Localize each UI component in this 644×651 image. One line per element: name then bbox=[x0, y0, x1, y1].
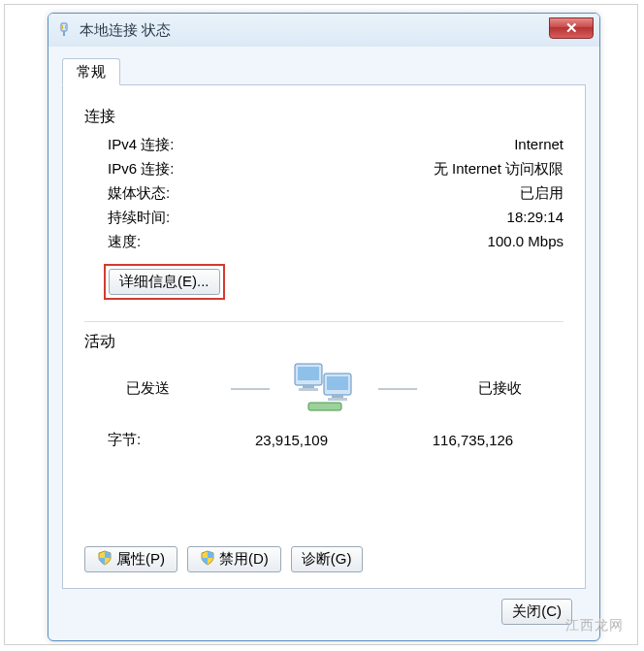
network-computers-icon bbox=[289, 360, 359, 417]
row-speed: 速度: 100.0 Mbps bbox=[84, 230, 564, 254]
disable-button[interactable]: 禁用(D) bbox=[187, 546, 281, 572]
connection-heading: 连接 bbox=[84, 107, 564, 127]
titlebar: 本地连接 状态 ✕ bbox=[48, 14, 599, 47]
row-bytes: 字节: 23,915,109 116,735,126 bbox=[84, 431, 564, 449]
svg-rect-9 bbox=[327, 376, 348, 390]
media-state-value: 已启用 bbox=[520, 184, 564, 203]
svg-rect-11 bbox=[328, 398, 347, 401]
bytes-received-value: 116,735,126 bbox=[382, 432, 564, 448]
svg-rect-0 bbox=[61, 23, 67, 31]
duration-value: 18:29:14 bbox=[507, 209, 564, 227]
shield-icon bbox=[200, 550, 215, 569]
svg-rect-5 bbox=[298, 367, 319, 380]
dash-right bbox=[378, 388, 417, 390]
dash-left bbox=[231, 388, 270, 390]
ipv4-label: IPv4 连接: bbox=[108, 136, 174, 154]
diagnose-button[interactable]: 诊断(G) bbox=[291, 546, 363, 572]
received-label: 已接收 bbox=[436, 379, 564, 398]
details-button-label: 详细信息(E)... bbox=[119, 273, 209, 289]
details-highlight: 详细信息(E)... bbox=[104, 264, 225, 300]
tab-strip: 常规 bbox=[62, 56, 586, 85]
svg-rect-10 bbox=[332, 395, 343, 398]
close-button-label: 关闭(C) bbox=[512, 602, 562, 619]
bytes-sent-value: 23,915,109 bbox=[201, 432, 382, 448]
tab-page-general: 连接 IPv4 连接: Internet IPv6 连接: 无 Internet… bbox=[62, 84, 586, 589]
action-buttons: 属性(P) 禁用(D) 诊断(G) bbox=[84, 546, 363, 572]
screenshot-frame: 本地连接 状态 ✕ 常规 连接 IPv4 连接: Internet IPv6 连… bbox=[4, 4, 638, 645]
bytes-label: 字节: bbox=[84, 431, 201, 449]
speed-value: 100.0 Mbps bbox=[488, 233, 564, 251]
svg-rect-3 bbox=[65, 25, 66, 29]
watermark-text: 江西龙网 bbox=[565, 617, 624, 635]
details-button[interactable]: 详细信息(E)... bbox=[109, 269, 220, 295]
media-state-label: 媒体状态: bbox=[108, 184, 170, 203]
divider bbox=[84, 321, 564, 322]
svg-rect-6 bbox=[303, 385, 314, 388]
speed-label: 速度: bbox=[108, 233, 141, 251]
client-area: 常规 连接 IPv4 连接: Internet IPv6 连接: 无 Inter… bbox=[48, 47, 599, 636]
network-adapter-icon bbox=[56, 22, 72, 38]
close-button[interactable]: 关闭(C) bbox=[501, 599, 572, 625]
row-ipv4: IPv4 连接: Internet bbox=[84, 133, 564, 157]
properties-button[interactable]: 属性(P) bbox=[84, 546, 177, 572]
ipv4-value: Internet bbox=[514, 136, 564, 154]
close-icon: ✕ bbox=[565, 19, 578, 37]
svg-rect-2 bbox=[62, 25, 63, 29]
svg-rect-12 bbox=[308, 403, 341, 410]
ipv6-label: IPv6 连接: bbox=[108, 160, 174, 179]
svg-rect-7 bbox=[299, 388, 318, 391]
close-window-button[interactable]: ✕ bbox=[549, 17, 594, 39]
svg-rect-1 bbox=[63, 31, 65, 36]
row-duration: 持续时间: 18:29:14 bbox=[84, 206, 564, 230]
activity-header: 已发送 bbox=[84, 360, 564, 417]
diagnose-button-label: 诊断(G) bbox=[302, 550, 352, 567]
duration-label: 持续时间: bbox=[108, 209, 170, 227]
dialog-footer: 关闭(C) bbox=[62, 589, 586, 625]
disable-button-label: 禁用(D) bbox=[219, 550, 269, 569]
activity-heading: 活动 bbox=[84, 332, 564, 352]
tab-general-label: 常规 bbox=[77, 63, 106, 80]
shield-icon bbox=[97, 550, 113, 569]
window-title: 本地连接 状态 bbox=[80, 21, 171, 40]
row-media: 媒体状态: 已启用 bbox=[84, 181, 564, 206]
tab-general[interactable]: 常规 bbox=[62, 58, 120, 85]
status-dialog: 本地连接 状态 ✕ 常规 连接 IPv4 连接: Internet IPv6 连… bbox=[48, 13, 600, 641]
sent-label: 已发送 bbox=[84, 379, 211, 398]
properties-button-label: 属性(P) bbox=[116, 550, 165, 569]
row-ipv6: IPv6 连接: 无 Internet 访问权限 bbox=[84, 157, 564, 181]
ipv6-value: 无 Internet 访问权限 bbox=[434, 160, 564, 179]
